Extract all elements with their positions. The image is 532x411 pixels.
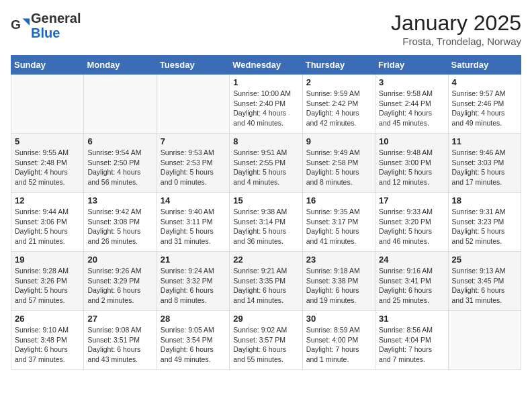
calendar-day: 9Sunrise: 9:49 AM Sunset: 2:58 PM Daylig… — [302, 134, 375, 193]
calendar-week: 19Sunrise: 9:28 AM Sunset: 3:26 PM Dayli… — [11, 252, 521, 311]
day-info: Sunrise: 9:21 AM Sunset: 3:35 PM Dayligh… — [233, 266, 298, 306]
day-info: Sunrise: 9:57 AM Sunset: 2:46 PM Dayligh… — [452, 89, 517, 128]
calendar-day: 16Sunrise: 9:35 AM Sunset: 3:17 PM Dayli… — [302, 193, 375, 252]
day-number: 6 — [87, 136, 152, 146]
day-info: Sunrise: 9:02 AM Sunset: 3:57 PM Dayligh… — [233, 325, 298, 365]
day-info: Sunrise: 9:46 AM Sunset: 3:03 PM Dayligh… — [452, 148, 517, 187]
day-number: 14 — [161, 195, 226, 205]
day-info: Sunrise: 9:59 AM Sunset: 2:42 PM Dayligh… — [306, 89, 371, 128]
day-info: Sunrise: 9:49 AM Sunset: 2:58 PM Dayligh… — [306, 148, 371, 187]
day-info: Sunrise: 9:44 AM Sunset: 3:06 PM Dayligh… — [15, 207, 80, 246]
day-number: 31 — [379, 314, 444, 324]
header-day: Friday — [375, 56, 448, 75]
logo-icon: G — [11, 16, 30, 35]
day-info: Sunrise: 9:18 AM Sunset: 3:38 PM Dayligh… — [306, 266, 371, 306]
calendar-day: 10Sunrise: 9:48 AM Sunset: 3:00 PM Dayli… — [375, 134, 448, 193]
calendar-day — [11, 75, 84, 134]
day-info: Sunrise: 9:51 AM Sunset: 2:55 PM Dayligh… — [233, 148, 298, 187]
day-number: 21 — [161, 255, 226, 265]
calendar-day: 13Sunrise: 9:42 AM Sunset: 3:08 PM Dayli… — [84, 193, 157, 252]
calendar-week: 12Sunrise: 9:44 AM Sunset: 3:06 PM Dayli… — [11, 193, 521, 252]
day-number: 10 — [379, 136, 444, 146]
day-number: 11 — [452, 136, 517, 146]
calendar-day: 27Sunrise: 9:08 AM Sunset: 3:51 PM Dayli… — [84, 311, 157, 370]
day-number: 13 — [87, 195, 152, 205]
calendar-day: 7Sunrise: 9:53 AM Sunset: 2:53 PM Daylig… — [157, 134, 229, 193]
day-number: 23 — [306, 255, 371, 265]
calendar-day: 1Sunrise: 10:00 AM Sunset: 2:40 PM Dayli… — [230, 75, 302, 134]
calendar-week: 26Sunrise: 9:10 AM Sunset: 3:48 PM Dayli… — [11, 311, 521, 370]
svg-text:G: G — [11, 17, 21, 32]
calendar-day: 24Sunrise: 9:16 AM Sunset: 3:41 PM Dayli… — [375, 252, 448, 311]
day-info: Sunrise: 9:16 AM Sunset: 3:41 PM Dayligh… — [379, 266, 444, 306]
day-info: Sunrise: 9:48 AM Sunset: 3:00 PM Dayligh… — [379, 148, 444, 187]
calendar-day: 29Sunrise: 9:02 AM Sunset: 3:57 PM Dayli… — [230, 311, 302, 370]
day-info: Sunrise: 8:59 AM Sunset: 4:00 PM Dayligh… — [306, 325, 371, 365]
calendar-day: 2Sunrise: 9:59 AM Sunset: 2:42 PM Daylig… — [302, 75, 375, 134]
header-day: Thursday — [302, 56, 375, 75]
header-day: Saturday — [448, 56, 521, 75]
calendar-day — [157, 75, 229, 134]
day-number: 5 — [15, 136, 80, 146]
calendar-day: 19Sunrise: 9:28 AM Sunset: 3:26 PM Dayli… — [11, 252, 84, 311]
svg-marker-1 — [23, 19, 30, 26]
calendar-day: 12Sunrise: 9:44 AM Sunset: 3:06 PM Dayli… — [11, 193, 84, 252]
calendar-day: 15Sunrise: 9:38 AM Sunset: 3:14 PM Dayli… — [230, 193, 302, 252]
calendar-day: 28Sunrise: 9:05 AM Sunset: 3:54 PM Dayli… — [157, 311, 229, 370]
day-info: Sunrise: 9:58 AM Sunset: 2:44 PM Dayligh… — [379, 89, 444, 128]
day-info: Sunrise: 8:56 AM Sunset: 4:04 PM Dayligh… — [379, 325, 444, 365]
calendar-table: SundayMondayTuesdayWednesdayThursdayFrid… — [11, 55, 521, 370]
calendar-day: 26Sunrise: 9:10 AM Sunset: 3:48 PM Dayli… — [11, 311, 84, 370]
header-day: Tuesday — [157, 56, 229, 75]
day-info: Sunrise: 9:35 AM Sunset: 3:17 PM Dayligh… — [306, 207, 371, 246]
header-day: Wednesday — [230, 56, 302, 75]
day-info: Sunrise: 9:26 AM Sunset: 3:29 PM Dayligh… — [87, 266, 152, 306]
day-info: Sunrise: 9:24 AM Sunset: 3:32 PM Dayligh… — [161, 266, 226, 306]
calendar-header: SundayMondayTuesdayWednesdayThursdayFrid… — [11, 56, 521, 75]
month-title: January 2025 — [391, 11, 521, 36]
calendar-day — [448, 311, 521, 370]
day-number: 17 — [379, 195, 444, 205]
calendar-day — [84, 75, 157, 134]
day-number: 12 — [15, 195, 80, 205]
calendar-day: 25Sunrise: 9:13 AM Sunset: 3:45 PM Dayli… — [448, 252, 521, 311]
page-header: G General Blue January 2025 Frosta, Tron… — [11, 11, 521, 47]
logo-blue-text: Blue — [31, 26, 60, 40]
day-number: 8 — [233, 136, 298, 146]
day-number: 15 — [233, 195, 298, 205]
day-info: Sunrise: 9:28 AM Sunset: 3:26 PM Dayligh… — [15, 266, 80, 306]
calendar-week: 1Sunrise: 10:00 AM Sunset: 2:40 PM Dayli… — [11, 75, 521, 134]
day-info: Sunrise: 9:55 AM Sunset: 2:48 PM Dayligh… — [15, 148, 80, 187]
calendar-day: 17Sunrise: 9:33 AM Sunset: 3:20 PM Dayli… — [375, 193, 448, 252]
calendar-day: 3Sunrise: 9:58 AM Sunset: 2:44 PM Daylig… — [375, 75, 448, 134]
day-number: 19 — [15, 255, 80, 265]
day-number: 24 — [379, 255, 444, 265]
calendar-body: 1Sunrise: 10:00 AM Sunset: 2:40 PM Dayli… — [11, 75, 521, 370]
header-day: Monday — [84, 56, 157, 75]
day-info: Sunrise: 9:10 AM Sunset: 3:48 PM Dayligh… — [15, 325, 80, 365]
day-info: Sunrise: 10:00 AM Sunset: 2:40 PM Daylig… — [233, 89, 298, 128]
calendar-day: 18Sunrise: 9:31 AM Sunset: 3:23 PM Dayli… — [448, 193, 521, 252]
day-number: 27 — [87, 314, 152, 324]
logo: G General Blue — [11, 11, 81, 40]
calendar-day: 31Sunrise: 8:56 AM Sunset: 4:04 PM Dayli… — [375, 311, 448, 370]
day-number: 28 — [161, 314, 226, 324]
calendar-day: 22Sunrise: 9:21 AM Sunset: 3:35 PM Dayli… — [230, 252, 302, 311]
location: Frosta, Trondelag, Norway — [391, 36, 521, 47]
calendar-day: 23Sunrise: 9:18 AM Sunset: 3:38 PM Dayli… — [302, 252, 375, 311]
day-number: 26 — [15, 314, 80, 324]
calendar-day: 11Sunrise: 9:46 AM Sunset: 3:03 PM Dayli… — [448, 134, 521, 193]
day-info: Sunrise: 9:53 AM Sunset: 2:53 PM Dayligh… — [161, 148, 226, 187]
day-number: 7 — [161, 136, 226, 146]
day-number: 1 — [233, 77, 298, 87]
day-number: 25 — [452, 255, 517, 265]
day-info: Sunrise: 9:33 AM Sunset: 3:20 PM Dayligh… — [379, 207, 444, 246]
day-number: 16 — [306, 195, 371, 205]
day-info: Sunrise: 9:31 AM Sunset: 3:23 PM Dayligh… — [452, 207, 517, 246]
day-number: 22 — [233, 255, 298, 265]
day-info: Sunrise: 9:38 AM Sunset: 3:14 PM Dayligh… — [233, 207, 298, 246]
calendar-day: 5Sunrise: 9:55 AM Sunset: 2:48 PM Daylig… — [11, 134, 84, 193]
day-number: 20 — [87, 255, 152, 265]
calendar-day: 21Sunrise: 9:24 AM Sunset: 3:32 PM Dayli… — [157, 252, 229, 311]
logo-general-text: General — [31, 11, 81, 26]
